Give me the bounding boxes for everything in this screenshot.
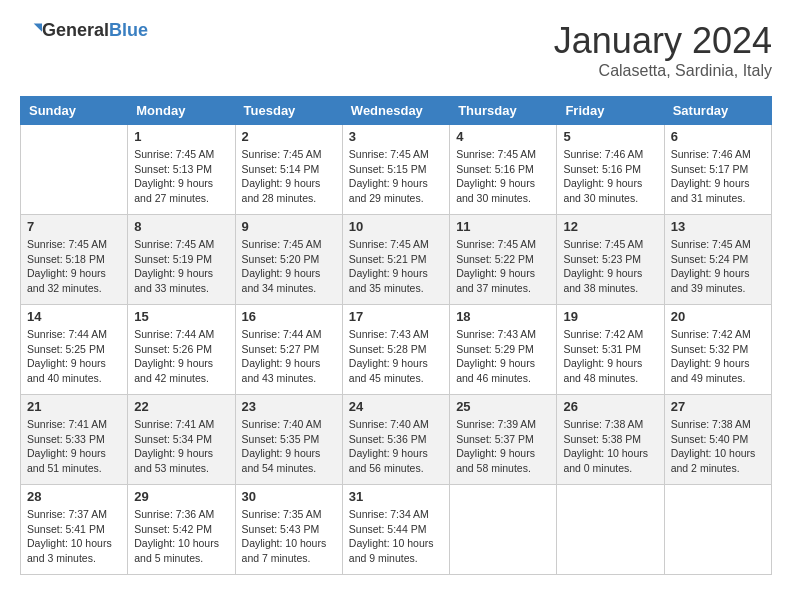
calendar-cell: 5Sunrise: 7:46 AMSunset: 5:16 PMDaylight…: [557, 125, 664, 215]
day-info: Sunrise: 7:37 AMSunset: 5:41 PMDaylight:…: [27, 507, 121, 566]
day-number: 20: [671, 309, 765, 324]
day-info: Sunrise: 7:40 AMSunset: 5:36 PMDaylight:…: [349, 417, 443, 476]
day-number: 3: [349, 129, 443, 144]
day-info: Sunrise: 7:45 AMSunset: 5:13 PMDaylight:…: [134, 147, 228, 206]
day-info: Sunrise: 7:45 AMSunset: 5:22 PMDaylight:…: [456, 237, 550, 296]
day-info: Sunrise: 7:45 AMSunset: 5:19 PMDaylight:…: [134, 237, 228, 296]
calendar-cell: 2Sunrise: 7:45 AMSunset: 5:14 PMDaylight…: [235, 125, 342, 215]
calendar-cell: 6Sunrise: 7:46 AMSunset: 5:17 PMDaylight…: [664, 125, 771, 215]
column-header-thursday: Thursday: [450, 97, 557, 125]
day-info: Sunrise: 7:39 AMSunset: 5:37 PMDaylight:…: [456, 417, 550, 476]
column-header-saturday: Saturday: [664, 97, 771, 125]
calendar-cell: 17Sunrise: 7:43 AMSunset: 5:28 PMDayligh…: [342, 305, 449, 395]
calendar-cell: 22Sunrise: 7:41 AMSunset: 5:34 PMDayligh…: [128, 395, 235, 485]
day-info: Sunrise: 7:44 AMSunset: 5:26 PMDaylight:…: [134, 327, 228, 386]
day-info: Sunrise: 7:40 AMSunset: 5:35 PMDaylight:…: [242, 417, 336, 476]
day-number: 19: [563, 309, 657, 324]
day-number: 13: [671, 219, 765, 234]
calendar-cell: 19Sunrise: 7:42 AMSunset: 5:31 PMDayligh…: [557, 305, 664, 395]
day-info: Sunrise: 7:38 AMSunset: 5:38 PMDaylight:…: [563, 417, 657, 476]
day-number: 6: [671, 129, 765, 144]
calendar-cell: 27Sunrise: 7:38 AMSunset: 5:40 PMDayligh…: [664, 395, 771, 485]
calendar-cell: [450, 485, 557, 575]
day-number: 4: [456, 129, 550, 144]
day-number: 11: [456, 219, 550, 234]
calendar-cell: 30Sunrise: 7:35 AMSunset: 5:43 PMDayligh…: [235, 485, 342, 575]
calendar-cell: 7Sunrise: 7:45 AMSunset: 5:18 PMDaylight…: [21, 215, 128, 305]
day-number: 30: [242, 489, 336, 504]
calendar-cell: 25Sunrise: 7:39 AMSunset: 5:37 PMDayligh…: [450, 395, 557, 485]
day-number: 29: [134, 489, 228, 504]
calendar-week-row: 28Sunrise: 7:37 AMSunset: 5:41 PMDayligh…: [21, 485, 772, 575]
day-number: 28: [27, 489, 121, 504]
calendar-cell: 10Sunrise: 7:45 AMSunset: 5:21 PMDayligh…: [342, 215, 449, 305]
day-info: Sunrise: 7:45 AMSunset: 5:21 PMDaylight:…: [349, 237, 443, 296]
day-info: Sunrise: 7:45 AMSunset: 5:23 PMDaylight:…: [563, 237, 657, 296]
logo: GeneralBlue: [20, 20, 148, 41]
day-number: 22: [134, 399, 228, 414]
day-info: Sunrise: 7:36 AMSunset: 5:42 PMDaylight:…: [134, 507, 228, 566]
logo-icon: [22, 21, 42, 41]
day-info: Sunrise: 7:41 AMSunset: 5:33 PMDaylight:…: [27, 417, 121, 476]
day-number: 12: [563, 219, 657, 234]
day-info: Sunrise: 7:44 AMSunset: 5:25 PMDaylight:…: [27, 327, 121, 386]
day-number: 27: [671, 399, 765, 414]
calendar-cell: 4Sunrise: 7:45 AMSunset: 5:16 PMDaylight…: [450, 125, 557, 215]
calendar-cell: 23Sunrise: 7:40 AMSunset: 5:35 PMDayligh…: [235, 395, 342, 485]
day-number: 14: [27, 309, 121, 324]
day-number: 5: [563, 129, 657, 144]
day-info: Sunrise: 7:41 AMSunset: 5:34 PMDaylight:…: [134, 417, 228, 476]
logo-text: GeneralBlue: [42, 20, 148, 41]
column-header-sunday: Sunday: [21, 97, 128, 125]
calendar-week-row: 21Sunrise: 7:41 AMSunset: 5:33 PMDayligh…: [21, 395, 772, 485]
calendar-cell: 28Sunrise: 7:37 AMSunset: 5:41 PMDayligh…: [21, 485, 128, 575]
calendar-cell: [664, 485, 771, 575]
title-area: January 2024 Calasetta, Sardinia, Italy: [554, 20, 772, 80]
column-header-wednesday: Wednesday: [342, 97, 449, 125]
day-info: Sunrise: 7:35 AMSunset: 5:43 PMDaylight:…: [242, 507, 336, 566]
day-number: 25: [456, 399, 550, 414]
calendar-week-row: 14Sunrise: 7:44 AMSunset: 5:25 PMDayligh…: [21, 305, 772, 395]
day-number: 18: [456, 309, 550, 324]
calendar-header-row: SundayMondayTuesdayWednesdayThursdayFrid…: [21, 97, 772, 125]
day-info: Sunrise: 7:45 AMSunset: 5:15 PMDaylight:…: [349, 147, 443, 206]
calendar-cell: 12Sunrise: 7:45 AMSunset: 5:23 PMDayligh…: [557, 215, 664, 305]
day-number: 16: [242, 309, 336, 324]
day-number: 31: [349, 489, 443, 504]
day-info: Sunrise: 7:46 AMSunset: 5:17 PMDaylight:…: [671, 147, 765, 206]
day-number: 26: [563, 399, 657, 414]
calendar-cell: 26Sunrise: 7:38 AMSunset: 5:38 PMDayligh…: [557, 395, 664, 485]
calendar-cell: 29Sunrise: 7:36 AMSunset: 5:42 PMDayligh…: [128, 485, 235, 575]
day-number: 8: [134, 219, 228, 234]
calendar-cell: 11Sunrise: 7:45 AMSunset: 5:22 PMDayligh…: [450, 215, 557, 305]
day-number: 15: [134, 309, 228, 324]
column-header-monday: Monday: [128, 97, 235, 125]
day-info: Sunrise: 7:45 AMSunset: 5:18 PMDaylight:…: [27, 237, 121, 296]
calendar-cell: [21, 125, 128, 215]
calendar-cell: 13Sunrise: 7:45 AMSunset: 5:24 PMDayligh…: [664, 215, 771, 305]
calendar-cell: 8Sunrise: 7:45 AMSunset: 5:19 PMDaylight…: [128, 215, 235, 305]
day-info: Sunrise: 7:45 AMSunset: 5:20 PMDaylight:…: [242, 237, 336, 296]
calendar-week-row: 1Sunrise: 7:45 AMSunset: 5:13 PMDaylight…: [21, 125, 772, 215]
calendar-cell: 21Sunrise: 7:41 AMSunset: 5:33 PMDayligh…: [21, 395, 128, 485]
day-info: Sunrise: 7:43 AMSunset: 5:29 PMDaylight:…: [456, 327, 550, 386]
day-number: 7: [27, 219, 121, 234]
calendar-week-row: 7Sunrise: 7:45 AMSunset: 5:18 PMDaylight…: [21, 215, 772, 305]
day-info: Sunrise: 7:44 AMSunset: 5:27 PMDaylight:…: [242, 327, 336, 386]
day-info: Sunrise: 7:34 AMSunset: 5:44 PMDaylight:…: [349, 507, 443, 566]
calendar-cell: 18Sunrise: 7:43 AMSunset: 5:29 PMDayligh…: [450, 305, 557, 395]
day-info: Sunrise: 7:42 AMSunset: 5:32 PMDaylight:…: [671, 327, 765, 386]
day-info: Sunrise: 7:45 AMSunset: 5:16 PMDaylight:…: [456, 147, 550, 206]
svg-marker-0: [34, 23, 42, 31]
calendar-table: SundayMondayTuesdayWednesdayThursdayFrid…: [20, 96, 772, 575]
calendar-cell: 9Sunrise: 7:45 AMSunset: 5:20 PMDaylight…: [235, 215, 342, 305]
column-header-friday: Friday: [557, 97, 664, 125]
day-info: Sunrise: 7:45 AMSunset: 5:24 PMDaylight:…: [671, 237, 765, 296]
day-number: 17: [349, 309, 443, 324]
day-number: 9: [242, 219, 336, 234]
month-year-title: January 2024: [554, 20, 772, 62]
calendar-cell: 24Sunrise: 7:40 AMSunset: 5:36 PMDayligh…: [342, 395, 449, 485]
day-info: Sunrise: 7:45 AMSunset: 5:14 PMDaylight:…: [242, 147, 336, 206]
logo-blue: Blue: [109, 20, 148, 40]
day-number: 1: [134, 129, 228, 144]
